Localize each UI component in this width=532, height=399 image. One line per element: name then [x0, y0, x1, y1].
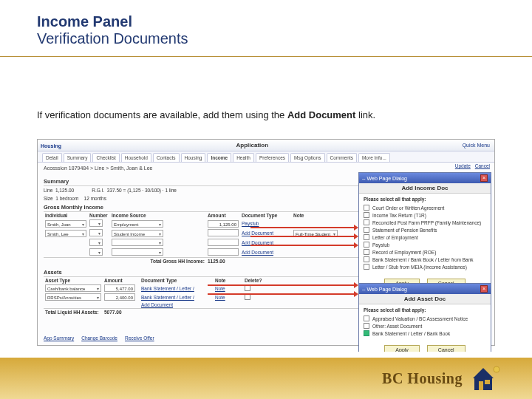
toolbar: Update Cancel: [455, 163, 490, 168]
option-label: Letter of Employment: [372, 235, 418, 240]
app-footer-links: App Summary Change Barcode Receive Offer: [44, 335, 154, 341]
dialog-titlebar: -- Web Page Dialog ×: [359, 284, 491, 294]
checkbox[interactable]: [364, 249, 369, 255]
tab-moreinfo[interactable]: More Info...: [358, 153, 390, 162]
checkbox[interactable]: [364, 323, 369, 329]
add-document-link[interactable]: Add Document: [242, 231, 273, 236]
dialog-title: Add Asset Doc: [359, 294, 491, 304]
tab-summary[interactable]: Summary: [64, 153, 92, 162]
summary-val-2: 337.50 = (1,125 · 30/100) · 1 line: [107, 188, 177, 193]
option-label: Bank Statement / Bank Book / Letter from…: [372, 257, 474, 262]
brand-text: BC Housing: [382, 370, 463, 387]
summary-label-1: Line: [44, 188, 52, 193]
asset-note-link[interactable]: Note: [215, 295, 225, 300]
tab-housing[interactable]: Housing: [181, 153, 206, 162]
checkbox[interactable]: [364, 205, 369, 211]
asset-type-dd[interactable]: RRSPs/Annuities: [45, 293, 101, 301]
amount-input[interactable]: [208, 229, 239, 236]
quick-menu-link[interactable]: Quick Menu: [463, 143, 490, 148]
option-label: Paystub: [372, 242, 390, 248]
asset-doc-link[interactable]: Bank Statement / Letter /: [141, 295, 194, 300]
footer-link-summary[interactable]: App Summary: [44, 335, 74, 341]
close-icon[interactable]: ×: [480, 285, 488, 293]
assets-col-doctype: Document Type: [140, 277, 214, 284]
individual-dd[interactable]: Smith, Lee: [45, 230, 86, 237]
assets-total-value: 5077.00: [103, 309, 140, 316]
amount-input[interactable]: [208, 248, 239, 256]
tab-household[interactable]: Household: [121, 153, 151, 162]
option-label: Other: Asset Document: [372, 324, 422, 329]
summary-val-3: 1 bedroom: [55, 196, 78, 201]
gmi-col-number: Number: [88, 212, 110, 219]
add-income-doc-dialog: -- Web Page Dialog × Add Income Doc Plea…: [358, 172, 491, 293]
brand-logo-icon: [470, 364, 502, 393]
body-pre: If verification documents are available,…: [37, 109, 287, 120]
gmi-col-doctype: Document Type: [240, 212, 292, 219]
tab-comments[interactable]: Comments: [327, 153, 357, 162]
asset-type-dd[interactable]: Cash/bank balance: [45, 284, 101, 292]
checkbox[interactable]: [364, 234, 369, 240]
body-post: link.: [355, 109, 375, 120]
footer-link-offer[interactable]: Receive Offer: [125, 335, 154, 341]
dialog-instruction: Please select all that apply:: [364, 197, 486, 202]
asset-amount-input[interactable]: 2,400.00: [104, 293, 135, 301]
gmi-total-label: Total Gross HH Income:: [110, 258, 206, 265]
source-dd[interactable]: Student Income: [112, 230, 163, 237]
assets-col-amount: Amount: [103, 277, 140, 284]
number-dd[interactable]: [89, 248, 103, 256]
checkbox[interactable]: [364, 212, 369, 218]
title-line1: Income Panel: [37, 13, 188, 30]
individual-dd[interactable]: Smith, Joan: [45, 220, 86, 228]
svg-point-4: [494, 366, 499, 372]
option-label: Appraised Valuation / BC Assessment Noti…: [372, 316, 468, 321]
source-dd[interactable]: [112, 248, 163, 256]
arrow-to-income-dialog: [250, 245, 354, 246]
add-document-link[interactable]: Add Document: [141, 302, 173, 307]
checkbox[interactable]: [364, 264, 369, 270]
app-header: Application Quick Menu: [38, 140, 494, 151]
asset-amount-input[interactable]: 5,477.00: [104, 284, 135, 292]
tab-income[interactable]: Income: [207, 153, 231, 162]
app-module-label: Housing: [41, 140, 67, 151]
tab-msgoptions[interactable]: Msg Options: [290, 153, 325, 162]
arrow-to-asset-dialog: [208, 284, 354, 286]
doc-link[interactable]: Paystub: [242, 221, 259, 226]
asset-note-link[interactable]: Note: [215, 286, 225, 291]
summary-val-1: 1,125.00: [55, 188, 74, 193]
add-document-link[interactable]: Add Document: [242, 250, 273, 255]
summary-extra-3: 12 months: [84, 196, 106, 201]
amount-input[interactable]: [208, 239, 239, 246]
number-dd[interactable]: [89, 239, 103, 246]
cancel-link[interactable]: Cancel: [475, 163, 490, 168]
app-tabs: Detail Summary Checklist Household Conta…: [38, 151, 494, 163]
asset-doc-link[interactable]: Bank Statement / Letter /: [141, 286, 194, 291]
tab-checklist[interactable]: Checklist: [92, 153, 119, 162]
tab-contacts[interactable]: Contacts: [153, 153, 180, 162]
close-icon[interactable]: ×: [480, 174, 488, 182]
svg-rect-2: [479, 381, 483, 390]
tab-health[interactable]: Health: [233, 153, 254, 162]
checkbox[interactable]: [364, 330, 369, 336]
source-dd[interactable]: [112, 239, 163, 246]
footer-link-barcode[interactable]: Change Barcode: [81, 335, 117, 341]
tab-preferences[interactable]: Preferences: [256, 153, 289, 162]
svg-marker-1: [473, 368, 494, 378]
number-dd[interactable]: [89, 229, 103, 236]
option-label: Bank Statement / Letter / Bank Book: [372, 331, 450, 336]
checkbox[interactable]: [364, 242, 369, 248]
checkbox[interactable]: [364, 227, 369, 233]
application-screenshot: Housing Application Quick Menu Detail Su…: [37, 139, 495, 346]
amount-input[interactable]: 1,125.00: [208, 220, 239, 228]
dialog-frame-title: -- Web Page Dialog: [362, 176, 407, 181]
update-link[interactable]: Update: [455, 163, 471, 168]
checkbox[interactable]: [364, 219, 369, 225]
number-dd[interactable]: [89, 219, 103, 227]
source-dd[interactable]: Employment: [112, 220, 163, 228]
title-rule: [0, 56, 532, 57]
svg-rect-3: [485, 380, 490, 384]
checkbox[interactable]: [364, 316, 369, 321]
tab-detail[interactable]: Detail: [42, 153, 62, 162]
arrow-to-income-dialog: [250, 227, 354, 228]
app-header-title: Application: [42, 142, 463, 149]
checkbox[interactable]: [364, 256, 369, 262]
